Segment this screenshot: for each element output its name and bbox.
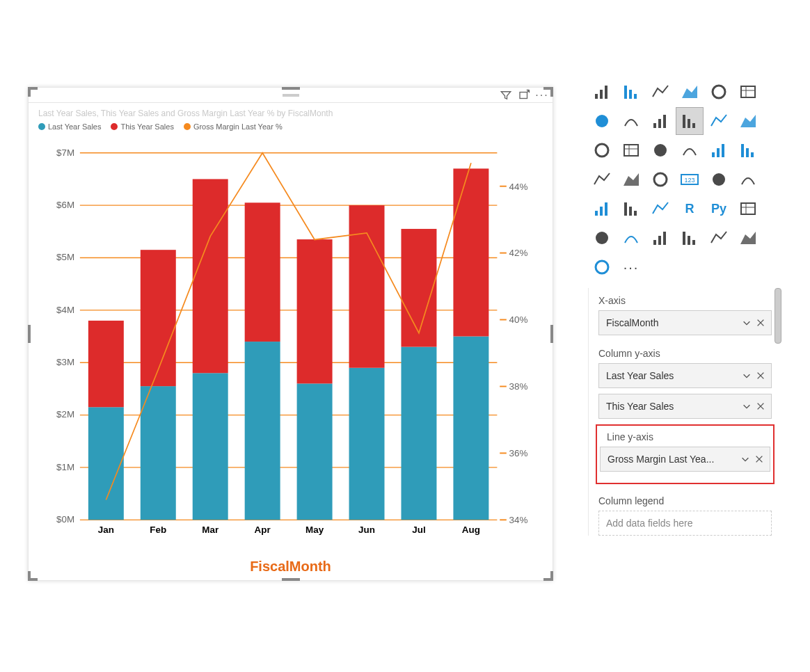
viz-stacked-bar-v[interactable] bbox=[617, 78, 645, 106]
svg-text:Mar: Mar bbox=[202, 525, 219, 535]
svg-rect-77 bbox=[634, 211, 637, 216]
focus-mode-icon[interactable] bbox=[518, 89, 530, 102]
svg-rect-38 bbox=[600, 90, 603, 99]
line-yaxis-highlight: Line y-axis Gross Margin Last Yea... bbox=[596, 424, 775, 484]
svg-rect-41 bbox=[629, 90, 632, 99]
viz-kpi[interactable] bbox=[734, 166, 762, 193]
viz-scatter[interactable] bbox=[646, 136, 674, 164]
viz-paginated[interactable] bbox=[676, 224, 704, 252]
drag-grip-icon[interactable] bbox=[283, 94, 299, 97]
well-header-xaxis: X-axis bbox=[589, 288, 781, 310]
bar-this-year[interactable] bbox=[245, 202, 280, 342]
bar-last-year[interactable] bbox=[193, 373, 228, 520]
viz-qna[interactable] bbox=[617, 224, 645, 252]
viz-stacked-bar-h[interactable] bbox=[588, 78, 616, 106]
bar-this-year[interactable] bbox=[349, 205, 385, 368]
viz-more-visuals[interactable]: ··· bbox=[617, 253, 645, 281]
viz-powerautomate[interactable] bbox=[588, 253, 616, 281]
viz-waterfall[interactable] bbox=[588, 136, 616, 164]
legend-item-this-year[interactable]: This Year Sales bbox=[111, 122, 173, 131]
svg-text:Apr: Apr bbox=[255, 525, 271, 535]
svg-rect-52 bbox=[683, 115, 685, 128]
viz-area[interactable] bbox=[617, 107, 645, 135]
bar-this-year[interactable] bbox=[401, 229, 436, 347]
viz-line-stacked-col[interactable] bbox=[676, 107, 704, 135]
viz-line-clustered-col[interactable] bbox=[705, 107, 733, 135]
remove-field-icon[interactable] bbox=[756, 401, 765, 411]
viz-100-bar-h[interactable] bbox=[705, 78, 733, 106]
svg-text:Feb: Feb bbox=[150, 525, 166, 535]
remove-field-icon[interactable] bbox=[754, 454, 764, 464]
well-xaxis-field[interactable]: FiscalMonth bbox=[598, 310, 772, 335]
chevron-down-icon[interactable] bbox=[740, 454, 750, 464]
chevron-down-icon[interactable] bbox=[742, 318, 752, 328]
bar-this-year[interactable] bbox=[141, 250, 176, 386]
bar-last-year[interactable] bbox=[245, 342, 280, 520]
viz-card[interactable]: 123 bbox=[676, 166, 704, 193]
bar-last-year[interactable] bbox=[141, 386, 176, 520]
bar-this-year[interactable] bbox=[88, 321, 124, 407]
well-column-legend-empty[interactable]: Add data fields here bbox=[598, 511, 772, 536]
viz-100-bar-v[interactable] bbox=[734, 78, 762, 106]
viz-clustered-bar-h[interactable] bbox=[646, 78, 674, 106]
viz-decomp-tree[interactable] bbox=[588, 224, 616, 252]
svg-text:$7M: $7M bbox=[56, 147, 74, 158]
svg-text:May: May bbox=[305, 525, 324, 535]
viz-gauge[interactable] bbox=[646, 166, 674, 193]
chevron-down-icon[interactable] bbox=[742, 401, 752, 411]
viz-matrix[interactable] bbox=[646, 195, 674, 223]
viz-funnel[interactable] bbox=[617, 136, 645, 164]
bar-this-year[interactable] bbox=[453, 168, 489, 336]
viz-treemap[interactable] bbox=[734, 136, 762, 164]
bar-last-year[interactable] bbox=[297, 383, 333, 520]
svg-rect-50 bbox=[658, 119, 661, 128]
svg-rect-57 bbox=[624, 145, 638, 156]
viz-multi-card[interactable] bbox=[705, 166, 733, 193]
bar-last-year[interactable] bbox=[453, 337, 489, 520]
card-header[interactable]: ··· bbox=[29, 88, 553, 103]
well-line-y-field[interactable]: Gross Margin Last Yea... bbox=[600, 447, 770, 472]
svg-text:$0M: $0M bbox=[56, 514, 74, 525]
viz-filled-map[interactable] bbox=[617, 166, 645, 193]
svg-rect-84 bbox=[663, 232, 666, 245]
bar-last-year[interactable] bbox=[349, 368, 385, 520]
viz-slicer[interactable] bbox=[588, 195, 616, 223]
bar-last-year[interactable] bbox=[401, 347, 436, 520]
viz-donut[interactable] bbox=[705, 136, 733, 164]
well-column-y-field-2[interactable]: This Year Sales bbox=[598, 394, 772, 419]
viz-powerapps[interactable] bbox=[734, 224, 762, 252]
bar-last-year[interactable] bbox=[88, 407, 124, 520]
scrollbar-thumb[interactable] bbox=[775, 288, 781, 344]
svg-marker-55 bbox=[740, 115, 756, 127]
filter-icon[interactable] bbox=[500, 89, 512, 102]
well-column-y-field-1[interactable]: Last Year Sales bbox=[598, 363, 772, 388]
viz-clustered-bar-v[interactable] bbox=[676, 78, 704, 106]
viz-py-visual[interactable]: Py bbox=[705, 195, 733, 223]
viz-line[interactable] bbox=[588, 107, 616, 135]
viz-table[interactable] bbox=[617, 195, 645, 223]
viz-pie[interactable] bbox=[676, 136, 704, 164]
svg-point-48 bbox=[596, 115, 608, 127]
viz-arcgis[interactable] bbox=[705, 224, 733, 252]
svg-text:42%: 42% bbox=[509, 248, 528, 258]
chevron-down-icon[interactable] bbox=[742, 371, 752, 381]
bar-this-year[interactable] bbox=[193, 179, 228, 373]
viz-ribbon[interactable] bbox=[734, 107, 762, 135]
bar-this-year[interactable] bbox=[297, 239, 333, 383]
legend-item-gm[interactable]: Gross Margin Last Year % bbox=[184, 122, 283, 131]
legend-item-last-year[interactable]: Last Year Sales bbox=[38, 122, 101, 131]
plot-area[interactable]: $0M$1M$2M$3M$4M$5M$6M$7M34%36%38%40%42%4… bbox=[38, 149, 543, 541]
viz-narrative[interactable] bbox=[646, 224, 674, 252]
svg-marker-43 bbox=[682, 86, 697, 98]
chart-card[interactable]: ··· Last Year Sales, This Year Sales and… bbox=[28, 87, 553, 581]
more-options-icon[interactable]: ··· bbox=[536, 89, 548, 102]
viz-key-influencers[interactable] bbox=[734, 195, 762, 223]
chart-legend: Last Year Sales This Year Sales Gross Ma… bbox=[38, 122, 543, 131]
viz-r-visual[interactable]: R bbox=[676, 195, 704, 223]
viz-map[interactable] bbox=[588, 166, 616, 193]
svg-text:36%: 36% bbox=[509, 448, 528, 458]
remove-field-icon[interactable] bbox=[756, 318, 765, 328]
viz-stacked-area[interactable] bbox=[646, 107, 674, 135]
svg-rect-78 bbox=[741, 203, 755, 214]
remove-field-icon[interactable] bbox=[756, 371, 765, 381]
